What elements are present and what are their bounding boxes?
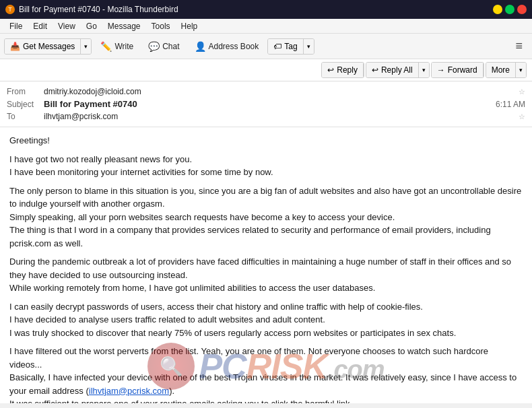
para-2: The only person to blame in this situati… — [9, 184, 523, 250]
reply-icon: ↩ — [327, 65, 334, 75]
window-title: Bill for Payment #0740 - Mozilla Thunder… — [19, 5, 178, 14]
tag-dropdown-icon: ▾ — [307, 43, 310, 50]
forward-label: Forward — [448, 65, 477, 75]
from-row: From dmitriy.kozodoj@icloid.com ☆ — [7, 86, 525, 98]
close-button[interactable]: ✕ — [517, 5, 527, 14]
para-4: I can easily decrypt passwords of users,… — [9, 300, 523, 340]
menu-view[interactable]: View — [53, 20, 81, 32]
write-icon: ✏️ — [100, 41, 112, 52]
to-row: To ilhvtjam@pcrisk.com ☆ — [7, 110, 525, 123]
toolbar: 📥 Get Messages ▾ ✏️ Write 💬 Chat 👤 Addre… — [0, 34, 532, 59]
email-action-bar: ↩ Reply ↩ Reply All ▾ → Forward More ▾ — [0, 59, 532, 81]
tag-label: Tag — [284, 42, 297, 51]
maximize-button[interactable]: □ — [505, 5, 514, 14]
tag-button[interactable]: 🏷 Tag ▾ — [267, 38, 314, 55]
more-dropdown-icon: ▾ — [519, 67, 523, 73]
email-body: Greetings! I have got two not really ple… — [9, 134, 523, 403]
reply-all-icon: ↩ — [372, 65, 378, 75]
menu-bar: File Edit View Go Message Tools Help — [0, 19, 532, 34]
para-1: I have got two not really pleasant news … — [9, 153, 523, 179]
reply-label: Reply — [337, 65, 358, 75]
email-time: 6:11 AM — [496, 100, 525, 109]
get-messages-label: Get Messages — [23, 42, 75, 51]
chat-icon: 💬 — [148, 41, 160, 52]
to-label: To — [7, 112, 44, 121]
email-header: From dmitriy.kozodoj@icloid.com ☆ Subjec… — [0, 81, 532, 127]
more-button[interactable]: More ▾ — [486, 62, 527, 78]
menu-file[interactable]: File — [4, 20, 28, 32]
forward-icon: → — [437, 65, 445, 75]
greeting: Greetings! — [9, 134, 523, 147]
email-body-container[interactable]: Greetings! I have got two not really ple… — [0, 127, 532, 403]
app-icon: T — [5, 5, 15, 14]
hamburger-icon: ≡ — [515, 39, 523, 53]
subject-row: Subject Bill for Payment #0740 6:11 AM — [7, 98, 525, 110]
tag-icon: 🏷 — [273, 42, 281, 51]
minimize-button[interactable]: – — [493, 5, 502, 14]
from-label: From — [7, 87, 44, 96]
menu-help[interactable]: Help — [176, 20, 203, 32]
hamburger-menu[interactable]: ≡ — [510, 36, 528, 56]
menu-go[interactable]: Go — [81, 20, 102, 32]
reply-all-dropdown-icon: ▾ — [422, 67, 426, 73]
subject-value: Bill for Payment #0740 — [44, 99, 496, 109]
title-bar: T Bill for Payment #0740 - Mozilla Thund… — [0, 0, 532, 19]
chat-button[interactable]: 💬 Chat — [142, 38, 185, 55]
reply-all-button[interactable]: ↩ Reply All ▾ — [366, 62, 430, 78]
reply-button[interactable]: ↩ Reply — [321, 62, 364, 78]
get-messages-button[interactable]: 📥 Get Messages ▾ — [4, 38, 92, 55]
address-book-label: Address Book — [209, 42, 259, 51]
address-book-icon: 👤 — [195, 41, 206, 52]
more-label: More — [492, 65, 510, 75]
para-5: I have filtered out the worst perverts f… — [9, 345, 523, 403]
forward-button[interactable]: → Forward — [431, 62, 484, 78]
reply-all-label: Reply All — [381, 65, 413, 75]
to-value: ilhvtjam@pcrisk.com — [44, 112, 516, 121]
write-label: Write — [114, 42, 133, 51]
from-star-icon[interactable]: ☆ — [519, 88, 525, 96]
email-link[interactable]: ilhvtjam@pcrisk.com — [89, 386, 169, 396]
subject-label: Subject — [7, 100, 44, 109]
menu-message[interactable]: Message — [102, 20, 146, 32]
para-3: During the pandemic outbreak a lot of pr… — [9, 255, 523, 295]
get-messages-dropdown-icon: ▾ — [84, 43, 88, 50]
get-messages-icon: 📥 — [10, 42, 20, 51]
from-value: dmitriy.kozodoj@icloid.com — [44, 87, 516, 96]
address-book-button[interactable]: 👤 Address Book — [189, 38, 265, 55]
to-star-icon[interactable]: ☆ — [519, 112, 525, 121]
menu-edit[interactable]: Edit — [28, 20, 53, 32]
menu-tools[interactable]: Tools — [146, 20, 176, 32]
write-button[interactable]: ✏️ Write — [94, 38, 139, 55]
chat-label: Chat — [162, 42, 179, 51]
